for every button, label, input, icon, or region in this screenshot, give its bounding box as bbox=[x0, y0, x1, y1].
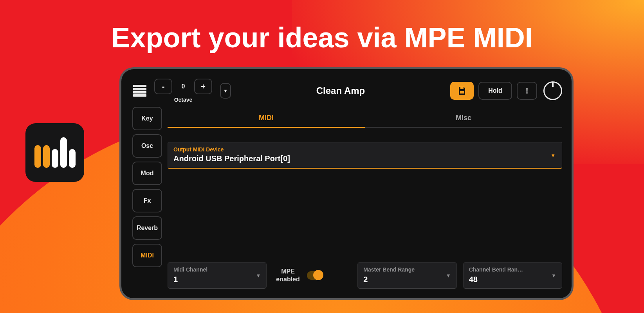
sidebar-item-osc[interactable]: Osc bbox=[132, 134, 162, 158]
output-midi-value: Android USB Peripheral Port[0] bbox=[173, 154, 556, 163]
chevron-down-icon: ▼ bbox=[551, 272, 556, 278]
sidebar: Key Osc Mod Fx Reverb MIDI bbox=[132, 107, 162, 289]
octave-minus-button[interactable]: - bbox=[154, 79, 172, 94]
tabs: MIDI Misc bbox=[168, 107, 562, 127]
menu-icon[interactable] bbox=[132, 84, 147, 97]
sidebar-item-mod[interactable]: Mod bbox=[132, 162, 162, 185]
tab-underline-active bbox=[168, 127, 365, 128]
sidebar-item-reverb[interactable]: Reverb bbox=[132, 216, 162, 240]
main-area: Key Osc Mod Fx Reverb MIDI MIDI Misc Out… bbox=[132, 107, 562, 289]
svg-rect-0 bbox=[460, 87, 464, 89]
volume-knob[interactable] bbox=[543, 81, 562, 100]
topbar: - 0 + Octave Clean Amp Hold ! bbox=[132, 79, 562, 103]
preset-dropdown[interactable] bbox=[220, 83, 231, 99]
sidebar-item-fx[interactable]: Fx bbox=[132, 189, 162, 212]
app-icon-bar bbox=[69, 149, 76, 168]
tab-underline bbox=[168, 127, 562, 128]
channel-bend-value: 48 bbox=[469, 275, 556, 284]
midi-channel-select[interactable]: Midi Channel 1 ▼ bbox=[168, 262, 267, 289]
mpe-label-line2: enabled bbox=[276, 276, 299, 282]
tab-midi[interactable]: MIDI bbox=[168, 107, 365, 127]
hold-button[interactable]: Hold bbox=[478, 82, 512, 100]
sidebar-item-key[interactable]: Key bbox=[132, 107, 162, 130]
preset-name: Clean Amp bbox=[236, 85, 446, 96]
app-icon bbox=[25, 123, 84, 182]
sidebar-item-midi[interactable]: MIDI bbox=[132, 244, 162, 267]
channel-bend-range-select[interactable]: Channel Bend Ran… 48 ▼ bbox=[463, 262, 562, 289]
content-panel: MIDI Misc Output MIDI Device Android USB… bbox=[168, 107, 562, 289]
output-midi-device[interactable]: Output MIDI Device Android USB Periphera… bbox=[168, 142, 562, 169]
save-button[interactable] bbox=[450, 82, 474, 100]
chevron-down-icon: ▼ bbox=[550, 152, 556, 158]
app-icon-bar bbox=[43, 145, 50, 168]
master-bend-value: 2 bbox=[363, 275, 451, 284]
tab-misc[interactable]: Misc bbox=[365, 107, 562, 127]
output-midi-label: Output MIDI Device bbox=[173, 146, 556, 153]
toggle-knob bbox=[313, 270, 323, 280]
mpe-label-line1: MPE bbox=[281, 268, 295, 275]
headline: Export your ideas via MPE MIDI bbox=[111, 22, 532, 54]
master-bend-range-select[interactable]: Master Bend Range 2 ▼ bbox=[357, 262, 456, 289]
channel-bend-label: Channel Bend Ran… bbox=[469, 266, 556, 273]
svg-rect-1 bbox=[460, 91, 464, 94]
midi-channel-value: 1 bbox=[173, 275, 261, 284]
octave-control: - 0 + Octave bbox=[154, 79, 212, 103]
save-icon bbox=[457, 86, 467, 95]
app-icon-bar bbox=[60, 137, 67, 168]
app-icon-bars bbox=[34, 137, 76, 168]
chevron-down-icon: ▼ bbox=[446, 272, 451, 278]
mpe-toggle-block: MPE enabled bbox=[273, 262, 351, 289]
octave-value: 0 bbox=[172, 83, 194, 90]
info-button[interactable]: ! bbox=[517, 82, 537, 100]
midi-settings-row: Midi Channel 1 ▼ MPE enabled Master Bend… bbox=[168, 262, 562, 289]
chevron-down-icon: ▼ bbox=[256, 272, 261, 278]
octave-plus-button[interactable]: + bbox=[194, 79, 212, 94]
app-icon-bar bbox=[52, 149, 58, 168]
app-icon-bar bbox=[34, 145, 41, 168]
octave-label: Octave bbox=[174, 97, 193, 103]
device-frame: - 0 + Octave Clean Amp Hold ! Key Osc Mo… bbox=[119, 67, 574, 300]
mpe-toggle[interactable] bbox=[307, 271, 323, 280]
mpe-label: MPE enabled bbox=[276, 268, 299, 283]
master-bend-label: Master Bend Range bbox=[363, 266, 451, 273]
midi-channel-label: Midi Channel bbox=[173, 266, 261, 273]
